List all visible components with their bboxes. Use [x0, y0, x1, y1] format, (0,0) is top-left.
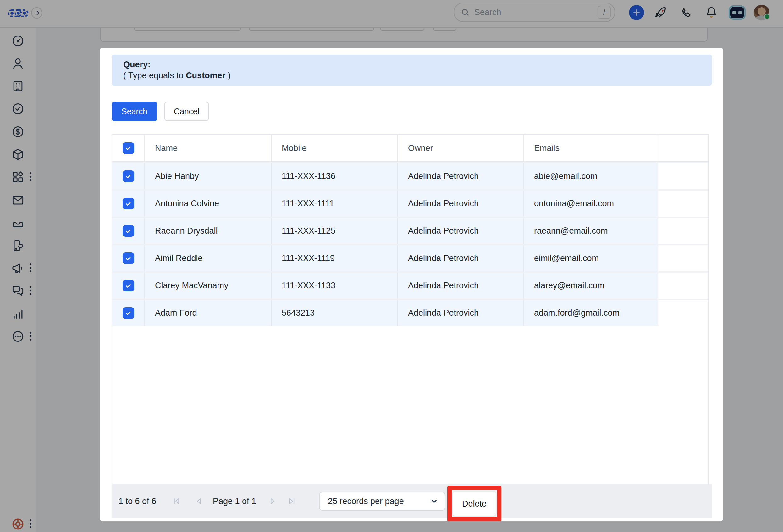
column-header-owner[interactable]: Owner: [398, 135, 524, 161]
cell-actions: [658, 163, 708, 189]
cell-owner: Adelinda Petrovich: [398, 245, 524, 271]
select-all-checkbox[interactable]: [123, 143, 134, 154]
cell-name: Raeann Drysdall: [145, 218, 272, 244]
cell-owner: Adelinda Petrovich: [398, 163, 524, 189]
row-checkbox[interactable]: [123, 170, 134, 182]
table-header-row: Name Mobile Owner Emails: [112, 135, 708, 162]
row-checkbox[interactable]: [123, 198, 134, 210]
cell-email: alarey@email.com: [524, 273, 658, 299]
cell-actions: [658, 300, 708, 326]
cell-email: ontonina@email.com: [524, 191, 658, 217]
cell-email: eimil@email.com: [524, 245, 658, 271]
column-header-mobile[interactable]: Mobile: [272, 135, 398, 161]
previous-page-button[interactable]: [194, 497, 203, 506]
next-page-button[interactable]: [268, 497, 278, 506]
row-checkbox[interactable]: [123, 280, 134, 291]
cell-owner: Adelinda Petrovich: [398, 191, 524, 217]
record-range-label: 1 to 6 of 6: [119, 484, 156, 518]
column-header-name[interactable]: Name: [145, 135, 272, 161]
cell-actions: [658, 273, 708, 299]
results-table: Name Mobile Owner Emails Abie Hanby 111-…: [112, 134, 709, 484]
cell-email: raeann@email.com: [524, 218, 658, 244]
last-page-button[interactable]: [287, 497, 296, 506]
delete-button[interactable]: Delete: [452, 491, 496, 516]
cell-name: Abie Hanby: [145, 163, 272, 189]
cell-mobile: 111-XXX-1111: [272, 191, 398, 217]
cell-mobile: 5643213: [272, 300, 398, 326]
records-per-page-select[interactable]: 25 records per page: [319, 492, 445, 511]
cell-owner: Adelinda Petrovich: [398, 300, 524, 326]
cell-actions: [658, 218, 708, 244]
cell-mobile: 111-XXX-1125: [272, 218, 398, 244]
row-checkbox[interactable]: [123, 307, 134, 319]
pagination-footer: 1 to 6 of 6 Page 1 of 1 25 records per p…: [112, 484, 712, 518]
column-header-emails[interactable]: Emails: [524, 135, 658, 161]
app-screen: Search /: [0, 0, 783, 532]
row-checkbox[interactable]: [123, 252, 134, 264]
records-per-page-value: 25 records per page: [328, 497, 430, 506]
cell-name: Adam Ford: [145, 300, 272, 326]
search-results-modal: Query: ( Type equals to Customer ) Searc…: [100, 48, 723, 521]
cell-actions: [658, 245, 708, 271]
cell-owner: Adelinda Petrovich: [398, 218, 524, 244]
query-text: ( Type equals to Customer ): [123, 70, 712, 81]
table-row[interactable]: Adam Ford 5643213 Adelinda Petrovich ada…: [112, 299, 708, 326]
table-row[interactable]: Raeann Drysdall 111-XXX-1125 Adelinda Pe…: [112, 217, 708, 244]
table-row[interactable]: Antonina Colvine 111-XXX-1111 Adelinda P…: [112, 189, 708, 217]
query-banner: Query: ( Type equals to Customer ): [112, 55, 712, 86]
first-page-button[interactable]: [172, 497, 181, 506]
table-row[interactable]: Clarey MacVanamy 111-XXX-1133 Adelinda P…: [112, 271, 708, 299]
cell-name: Aimil Reddle: [145, 245, 272, 271]
row-checkbox[interactable]: [123, 225, 134, 237]
table-row[interactable]: Abie Hanby 111-XXX-1136 Adelinda Petrovi…: [112, 162, 708, 189]
column-header-actions: [658, 135, 708, 161]
cell-mobile: 111-XXX-1119: [272, 245, 398, 271]
cancel-button[interactable]: Cancel: [164, 101, 209, 121]
chevron-down-icon: [430, 497, 438, 506]
page-indicator: Page 1 of 1: [213, 484, 256, 518]
cell-mobile: 111-XXX-1133: [272, 273, 398, 299]
cell-mobile: 111-XXX-1136: [272, 163, 398, 189]
cell-actions: [658, 191, 708, 217]
query-label: Query:: [123, 60, 151, 69]
cell-name: Clarey MacVanamy: [145, 273, 272, 299]
table-row[interactable]: Aimil Reddle 111-XXX-1119 Adelinda Petro…: [112, 244, 708, 271]
cell-email: adam.ford@gmail.com: [524, 300, 658, 326]
search-button[interactable]: Search: [112, 101, 157, 121]
cell-name: Antonina Colvine: [145, 191, 272, 217]
cell-owner: Adelinda Petrovich: [398, 273, 524, 299]
highlight-rectangle: Delete: [447, 486, 501, 521]
cell-email: abie@email.com: [524, 163, 658, 189]
